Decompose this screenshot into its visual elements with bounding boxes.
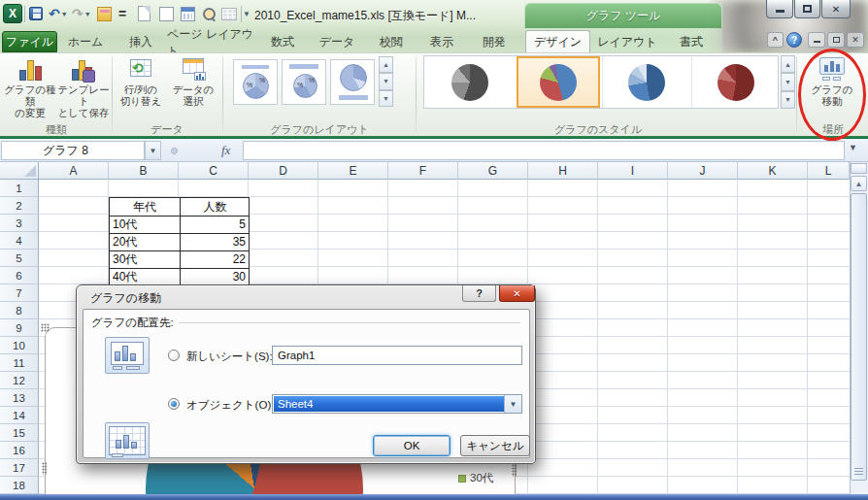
column-header-l[interactable]: L xyxy=(808,162,850,180)
legend-label-30s[interactable]: 30代 xyxy=(470,471,493,485)
row-header-18[interactable]: 18 xyxy=(0,477,39,494)
tab-home[interactable]: ホーム xyxy=(58,32,113,52)
select-all-corner[interactable] xyxy=(0,162,39,180)
formula-view-icon[interactable]: = xyxy=(118,5,126,22)
column-header-f[interactable]: F xyxy=(388,162,458,180)
table-cell[interactable]: 20代 xyxy=(113,233,179,250)
tab-file[interactable]: ファイル xyxy=(2,31,57,52)
scrollbar-split-box[interactable] xyxy=(851,163,867,174)
change-chart-type-button[interactable]: グラフの種類 の変更 xyxy=(4,55,56,118)
window-close-button[interactable]: ✕ xyxy=(821,0,851,18)
table-header-age[interactable]: 年代 xyxy=(110,198,180,216)
table-cell[interactable]: 30 xyxy=(181,268,246,285)
workbook-restore-icon[interactable] xyxy=(827,32,845,48)
tab-formulas[interactable]: 数式 xyxy=(258,32,307,52)
help-icon[interactable]: ? xyxy=(786,32,802,48)
column-header-k[interactable]: K xyxy=(738,162,808,180)
qat-more-icon[interactable]: ▼ xyxy=(243,5,250,22)
formula-input[interactable] xyxy=(243,141,845,160)
tab-developer[interactable]: 開発 xyxy=(469,32,519,52)
column-header-g[interactable]: G xyxy=(458,162,528,180)
ribbon-collapse-icon[interactable]: ^ xyxy=(767,32,784,48)
row-header-9[interactable]: 9 xyxy=(0,319,39,337)
workbook-minimize-icon[interactable] xyxy=(808,32,825,48)
pie-chart-clip[interactable] xyxy=(46,464,515,494)
scroll-up-icon[interactable]: ▲ xyxy=(851,176,867,191)
tab-design-selected[interactable]: デザイン xyxy=(525,30,590,52)
scrollbar-thumb[interactable] xyxy=(851,193,867,481)
combobox-dropdown-icon[interactable]: ▼ xyxy=(504,395,521,413)
chart-style-colorful-selected[interactable] xyxy=(517,56,600,108)
chart-selection-handle[interactable] xyxy=(42,462,47,475)
object-sheet-combobox[interactable]: Sheet4 ▼ xyxy=(272,394,522,414)
gallery-down-icon[interactable]: ▼ xyxy=(379,73,393,89)
row-header-16[interactable]: 16 xyxy=(0,442,39,459)
cancel-button[interactable]: キャンセル xyxy=(460,435,530,456)
table-cell[interactable]: 40代 xyxy=(113,268,179,285)
column-header-i[interactable]: I xyxy=(598,162,668,180)
chart-selection-handle[interactable] xyxy=(512,464,517,477)
chart-selection-handle[interactable] xyxy=(41,323,50,332)
move-chart-button[interactable]: グラフの 移動 xyxy=(804,55,860,107)
gallery-up-icon[interactable]: ▲ xyxy=(379,56,393,73)
chart-style-dark-red[interactable] xyxy=(691,56,779,108)
row-header-2[interactable]: 2 xyxy=(0,197,39,215)
chart-style-blue[interactable] xyxy=(602,56,689,108)
gallery-down-icon[interactable]: ▼ xyxy=(781,73,795,90)
switch-row-column-button[interactable]: ⟲ 行/列の 切り替え xyxy=(116,55,166,107)
tab-layout[interactable]: レイアウト xyxy=(594,32,660,52)
row-header-4[interactable]: 4 xyxy=(0,232,39,250)
row-header-7[interactable]: 7 xyxy=(0,284,39,302)
print-preview-icon[interactable] xyxy=(202,5,216,22)
row-header-17[interactable]: 17 xyxy=(0,459,39,477)
row-header-13[interactable]: 13 xyxy=(0,389,39,407)
workbook-close-icon[interactable]: ✕ xyxy=(847,32,864,48)
blank-box-icon[interactable] xyxy=(159,5,174,22)
tab-review[interactable]: 校閲 xyxy=(367,32,416,52)
new-sheet-name-input[interactable]: Graph1 xyxy=(272,346,522,365)
table-tool-icon[interactable] xyxy=(221,5,237,22)
chart-layout-1[interactable]: % % xyxy=(233,59,278,105)
styles-gallery-scroll[interactable]: ▲ ▼ ▼ xyxy=(781,55,795,109)
insert-function-icon[interactable]: fx xyxy=(221,143,230,158)
row-header-12[interactable]: 12 xyxy=(0,372,39,389)
row-header-6[interactable]: 6 xyxy=(0,267,39,284)
window-maximize-button[interactable] xyxy=(794,0,820,18)
dialog-help-button[interactable]: ? xyxy=(462,285,496,302)
radio-new-sheet[interactable] xyxy=(168,350,180,361)
excel-logo-icon[interactable]: X xyxy=(3,4,22,23)
table-cell[interactable]: 30代 xyxy=(113,250,179,268)
move-chart-dialog[interactable]: グラフの移動 ? ✕ グラフの配置先: 新しいシート(S): Graph1 xyxy=(76,284,536,464)
formula-bar-resize-dot[interactable] xyxy=(171,148,178,154)
column-header-d[interactable]: D xyxy=(249,162,318,180)
row-header-15[interactable]: 15 xyxy=(0,424,39,442)
column-header-h[interactable]: H xyxy=(528,162,598,180)
gallery-more-icon[interactable]: ▼ xyxy=(781,91,795,109)
chart-layout-3[interactable] xyxy=(330,59,375,105)
column-header-b[interactable]: B xyxy=(109,162,179,180)
tab-insert[interactable]: 挿入 xyxy=(117,32,165,52)
tab-view[interactable]: 表示 xyxy=(417,32,466,52)
formula-bar-expand-icon[interactable]: ▼ xyxy=(849,143,857,152)
layout-gallery-scroll[interactable]: ▲ ▼ ▼ xyxy=(379,56,393,107)
dialog-close-button[interactable]: ✕ xyxy=(499,285,535,302)
radio-object[interactable] xyxy=(168,398,180,410)
row-header-11[interactable]: 11 xyxy=(0,354,39,372)
tab-format[interactable]: 書式 xyxy=(664,32,718,52)
new-document-icon[interactable] xyxy=(138,5,150,22)
row-header-3[interactable]: 3 xyxy=(0,215,39,232)
table-cell[interactable]: 22 xyxy=(181,250,246,268)
window-minimize-button[interactable] xyxy=(766,0,793,18)
data-table[interactable]: 年代 人数 10代 5 20代 35 30代 22 40代 30 xyxy=(109,197,250,285)
column-header-e[interactable]: E xyxy=(318,162,388,180)
pie-chart[interactable] xyxy=(146,464,363,494)
chart-style-gray[interactable] xyxy=(424,56,516,108)
save-icon[interactable] xyxy=(29,5,43,22)
column-header-a[interactable]: A xyxy=(39,162,109,180)
row-header-5[interactable]: 5 xyxy=(0,250,39,267)
table-cell[interactable]: 10代 xyxy=(113,216,179,233)
table-cell[interactable]: 35 xyxy=(181,233,246,250)
tab-data[interactable]: データ xyxy=(311,32,363,52)
select-data-button[interactable]: データの 選択 xyxy=(168,55,218,107)
ok-button[interactable]: OK xyxy=(373,435,451,456)
